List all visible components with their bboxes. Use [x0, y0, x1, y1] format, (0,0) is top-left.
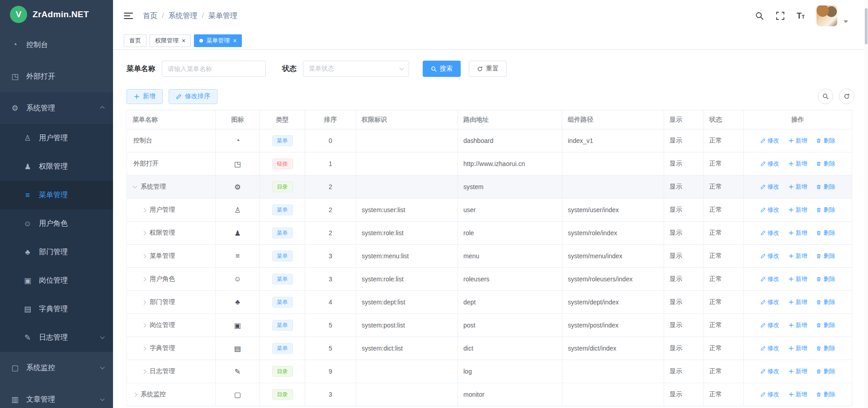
search-icon[interactable]	[755, 11, 764, 20]
delete-button[interactable]: 删除	[816, 206, 835, 214]
edit-button[interactable]: 修改	[760, 344, 779, 352]
add-button[interactable]: 新增	[788, 298, 807, 306]
delete-button[interactable]: 删除	[816, 344, 835, 352]
breadcrumb-system[interactable]: 系统管理	[168, 11, 197, 21]
edit-button[interactable]: 修改	[760, 390, 779, 399]
expand-arrow-icon[interactable]	[142, 277, 146, 281]
tab-home[interactable]: 首页	[124, 34, 146, 47]
sidebar-item-logs[interactable]: ✎ 日志管理	[0, 323, 113, 352]
delete-button[interactable]: 删除	[816, 160, 835, 168]
delete-button[interactable]: 删除	[816, 321, 835, 329]
sidebar-item-monitor[interactable]: ▢ 系统监控	[0, 352, 113, 384]
reset-button[interactable]: 重置	[469, 61, 507, 77]
expand-arrow-icon[interactable]	[133, 392, 137, 397]
edit-button[interactable]: 修改	[760, 137, 779, 145]
edit-button[interactable]: 修改	[760, 321, 779, 329]
delete-button[interactable]: 删除	[816, 252, 835, 260]
sidebar-item-system[interactable]: ⚙ 系统管理	[0, 92, 113, 124]
expand-arrow-icon[interactable]	[142, 231, 146, 235]
delete-button[interactable]: 删除	[816, 298, 835, 306]
show-search-toggle-button[interactable]	[818, 89, 833, 104]
delete-button[interactable]: 删除	[816, 275, 835, 283]
menu-name-input[interactable]	[162, 61, 266, 77]
sidebar-item-dictionary[interactable]: ▤ 字典管理	[0, 295, 113, 323]
delete-button[interactable]: 删除	[816, 183, 835, 191]
edit-button[interactable]: 修改	[760, 367, 779, 375]
add-button-label: 新增	[796, 298, 807, 306]
edit-sort-button[interactable]: 修改排序	[169, 89, 217, 104]
breadcrumb-home[interactable]: 首页	[143, 11, 157, 21]
sidebar-item-roles[interactable]: ♟ 权限管理	[0, 152, 113, 181]
delete-button[interactable]: 删除	[816, 390, 835, 399]
edit-button-label: 修改	[768, 275, 779, 283]
status-value: 正常	[709, 252, 722, 259]
scrollbar-thumb[interactable]	[865, 8, 868, 44]
delete-button[interactable]: 删除	[816, 229, 835, 237]
add-button[interactable]: 新增	[788, 275, 807, 283]
dashboard-icon: ◔	[236, 137, 240, 144]
refresh-table-button[interactable]	[839, 89, 854, 104]
avatar[interactable]	[816, 5, 837, 26]
edit-button[interactable]: 修改	[760, 160, 779, 168]
expand-arrow-icon[interactable]	[142, 254, 146, 258]
close-icon[interactable]: ×	[182, 38, 185, 44]
gear-icon: ⚙	[10, 104, 20, 113]
sidebar-item-external[interactable]: ◳ 外部打开	[0, 61, 113, 92]
menu-name-label: 菜单名称	[127, 64, 156, 74]
sidebar-item-articles[interactable]: ▥ 文章管理	[0, 384, 113, 408]
expand-arrow-icon[interactable]	[142, 323, 146, 327]
close-icon[interactable]: ×	[233, 38, 236, 44]
sidebar-item-users[interactable]: ♙ 用户管理	[0, 124, 113, 152]
component-value: system/dept/index	[568, 299, 619, 306]
plus-icon	[788, 138, 794, 143]
sidebar-item-menus[interactable]: ≡ 菜单管理	[0, 181, 113, 209]
search-button[interactable]: 搜索	[423, 61, 461, 77]
tab-roles[interactable]: 权限管理 ×	[150, 34, 191, 47]
delete-button[interactable]: 删除	[816, 137, 835, 145]
add-button[interactable]: 新增	[788, 160, 807, 168]
table-body: 控制台 ◔ 菜单 0 dashboard index_v1 显示 正常 修改 新…	[127, 129, 852, 406]
edit-button[interactable]: 修改	[760, 252, 779, 260]
delete-button[interactable]: 删除	[816, 367, 835, 375]
expand-arrow-icon[interactable]	[142, 208, 146, 212]
add-button[interactable]: 新增	[788, 344, 807, 352]
order-value: 1	[329, 160, 332, 167]
fullscreen-icon[interactable]	[776, 11, 785, 20]
add-button[interactable]: 新增	[127, 89, 163, 104]
tab-menus[interactable]: 菜单管理 ×	[194, 34, 242, 47]
trash-icon	[816, 369, 821, 374]
expand-arrow-icon[interactable]	[142, 300, 146, 304]
sidebar-item-departments[interactable]: ♣ 部门管理	[0, 238, 113, 266]
menu-icon: ≡	[23, 191, 33, 200]
component-value: system/user/index	[568, 206, 619, 213]
trash-icon	[816, 346, 821, 351]
add-button[interactable]: 新增	[788, 252, 807, 260]
edit-button[interactable]: 修改	[760, 229, 779, 237]
edit-button[interactable]: 修改	[760, 275, 779, 283]
caret-down-icon[interactable]	[844, 20, 848, 23]
add-button[interactable]: 新增	[788, 229, 807, 237]
sidebar-item-dashboard[interactable]: ◔ 控制台	[0, 29, 113, 61]
edit-button[interactable]: 修改	[760, 298, 779, 306]
edit-button[interactable]: 修改	[760, 206, 779, 214]
route-value: role	[463, 229, 474, 237]
add-button[interactable]: 新增	[788, 390, 807, 399]
add-button[interactable]: 新增	[788, 137, 807, 145]
expand-arrow-icon[interactable]	[142, 346, 146, 351]
add-button[interactable]: 新增	[788, 367, 807, 375]
table-row: 日志管理 ✎ 目录 9 log 显示 正常 修改 新增 删除	[127, 360, 852, 383]
permission-value: system:menu:list	[362, 252, 409, 260]
add-button[interactable]: 新增	[788, 206, 807, 214]
edit-button[interactable]: 修改	[760, 183, 779, 191]
menu-name: 用户管理	[150, 206, 175, 214]
sidebar-item-user-roles[interactable]: ☺ 用户角色	[0, 209, 113, 238]
add-button[interactable]: 新增	[788, 321, 807, 329]
menu-icon: ≡	[236, 252, 240, 260]
status-select[interactable]: 菜单状态	[303, 61, 409, 77]
expand-arrow-icon[interactable]	[142, 369, 146, 374]
expand-arrow-icon[interactable]	[133, 184, 137, 189]
add-button[interactable]: 新增	[788, 183, 807, 191]
font-size-icon[interactable]: TT	[797, 12, 805, 20]
sidebar-item-posts[interactable]: ▣ 岗位管理	[0, 266, 113, 295]
sidebar-toggle-icon[interactable]	[124, 13, 133, 19]
